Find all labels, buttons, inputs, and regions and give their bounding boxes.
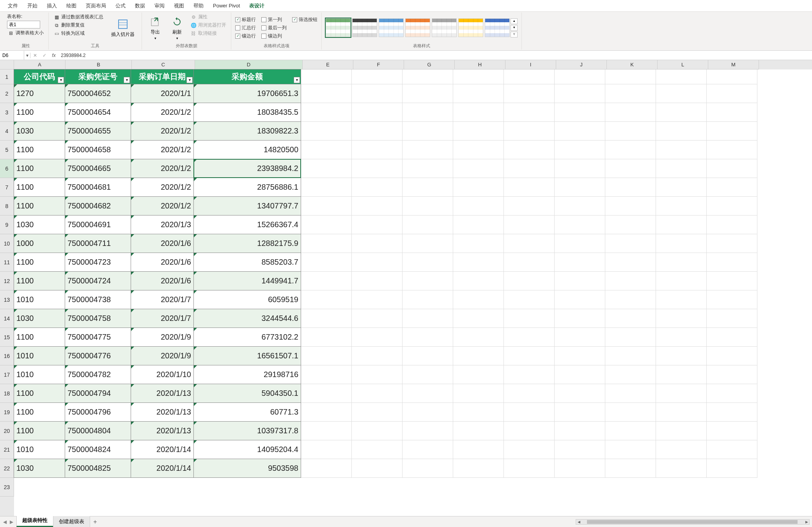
table-cell[interactable]: 1100 [14, 196, 65, 215]
cell-empty[interactable] [656, 234, 707, 253]
cell-empty[interactable] [352, 197, 402, 215]
row-header-3[interactable]: 3 [0, 103, 14, 122]
table-cell[interactable]: 7500004724 [65, 271, 131, 290]
cell-empty[interactable] [504, 215, 555, 234]
cell-empty[interactable] [504, 309, 555, 328]
row-header-9[interactable]: 9 [0, 215, 14, 234]
row-header-12[interactable]: 12 [0, 272, 14, 290]
cell-empty[interactable] [453, 365, 504, 384]
row-header-14[interactable]: 14 [0, 309, 14, 328]
cell-empty[interactable] [555, 159, 605, 178]
cell-empty[interactable] [605, 422, 656, 440]
cb-header-row[interactable]: 标题行 [235, 16, 256, 23]
table-style-thumb-4[interactable] [432, 18, 457, 37]
cell-empty[interactable] [707, 69, 757, 84]
col-header-I[interactable]: I [505, 60, 556, 69]
cell-empty[interactable] [301, 234, 352, 253]
row-header-23[interactable]: 23 [0, 478, 14, 497]
cell-empty[interactable] [707, 215, 757, 234]
cell-empty[interactable] [453, 440, 504, 459]
cell-empty[interactable] [301, 290, 352, 309]
table-cell[interactable]: 1100 [14, 178, 65, 197]
table-cell[interactable]: 1100 [14, 328, 65, 347]
cell-empty[interactable] [656, 347, 707, 365]
table-cell[interactable]: 7500004824 [65, 440, 131, 459]
cell-empty[interactable] [504, 459, 555, 478]
filter-button[interactable]: ▾ [186, 77, 193, 83]
cell-empty[interactable] [352, 403, 402, 422]
cell-empty[interactable] [656, 384, 707, 403]
cell-empty[interactable] [504, 365, 555, 384]
cell-empty[interactable] [555, 365, 605, 384]
col-header-K[interactable]: K [607, 60, 658, 69]
cell-empty[interactable] [402, 459, 453, 478]
table-cell[interactable]: 10397317.8 [193, 421, 301, 440]
cell-empty[interactable] [504, 403, 555, 422]
table-cell[interactable]: 2020/1/3 [131, 215, 194, 234]
cell-empty[interactable] [707, 309, 757, 328]
cell-empty[interactable] [504, 84, 555, 103]
table-cell[interactable]: 1100 [14, 103, 65, 122]
cell-empty[interactable] [453, 403, 504, 422]
cell-empty[interactable] [402, 403, 453, 422]
cell-empty[interactable] [301, 347, 352, 365]
table-cell[interactable]: 7500004652 [65, 84, 131, 103]
cell-empty[interactable] [301, 403, 352, 422]
cell-empty[interactable] [605, 215, 656, 234]
table-cell[interactable]: 5904350.1 [193, 384, 301, 403]
cell-empty[interactable] [301, 69, 352, 84]
cell-empty[interactable] [453, 253, 504, 272]
cell-empty[interactable] [504, 384, 555, 403]
table-cell[interactable]: 1030 [14, 121, 65, 141]
table-cell[interactable]: 3244544.6 [193, 309, 301, 328]
col-header-G[interactable]: G [404, 60, 455, 69]
cell-empty[interactable] [605, 290, 656, 309]
cell-empty[interactable] [605, 197, 656, 215]
cell-empty[interactable] [656, 122, 707, 141]
cell-empty[interactable] [656, 309, 707, 328]
cell-empty[interactable] [656, 197, 707, 215]
cell-empty[interactable] [555, 103, 605, 122]
cell-empty[interactable] [402, 234, 453, 253]
cell-empty[interactable] [453, 159, 504, 178]
cell-empty[interactable] [707, 459, 757, 478]
cell-empty[interactable] [504, 103, 555, 122]
cell-empty[interactable] [656, 403, 707, 422]
table-cell[interactable]: 7500004776 [65, 346, 131, 365]
cell-empty[interactable] [402, 253, 453, 272]
cell-empty[interactable] [352, 290, 402, 309]
cell-empty[interactable] [352, 459, 402, 478]
table-cell[interactable]: 7500004723 [65, 253, 131, 272]
table-cell[interactable]: 2020/1/14 [131, 440, 194, 459]
col-header-L[interactable]: L [658, 60, 708, 69]
table-cell[interactable]: 2020/1/13 [131, 384, 194, 403]
col-header-C[interactable]: C [132, 60, 195, 69]
cell-empty[interactable] [707, 347, 757, 365]
cb-filter-button[interactable]: 筛选按钮 [292, 16, 317, 23]
cell-empty[interactable] [707, 328, 757, 347]
cell-empty[interactable] [555, 384, 605, 403]
table-cell[interactable]: 19706651.3 [193, 84, 301, 103]
cell-empty[interactable] [605, 103, 656, 122]
cell-empty[interactable] [402, 178, 453, 197]
cell-empty[interactable] [453, 272, 504, 290]
cell-empty[interactable] [504, 159, 555, 178]
cell-empty[interactable] [402, 159, 453, 178]
table-style-thumb-2[interactable] [379, 18, 404, 37]
cell-empty[interactable] [453, 459, 504, 478]
cell-empty[interactable] [453, 309, 504, 328]
cell-empty[interactable] [605, 309, 656, 328]
cell-empty[interactable] [555, 328, 605, 347]
pivot-summary-button[interactable]: ▦ 通过数据透视表汇总 [53, 13, 104, 21]
cell-empty[interactable] [555, 440, 605, 459]
table-cell[interactable]: 7500004804 [65, 421, 131, 440]
cell-empty[interactable] [352, 69, 402, 84]
table-cell[interactable]: 14820500 [193, 140, 301, 159]
row-header-5[interactable]: 5 [0, 141, 14, 159]
cell-empty[interactable] [605, 384, 656, 403]
cell-empty[interactable] [707, 384, 757, 403]
cell-empty[interactable] [656, 84, 707, 103]
cell-empty[interactable] [453, 178, 504, 197]
style-more-button[interactable]: ▿ [511, 32, 518, 37]
cell-empty[interactable] [301, 272, 352, 290]
